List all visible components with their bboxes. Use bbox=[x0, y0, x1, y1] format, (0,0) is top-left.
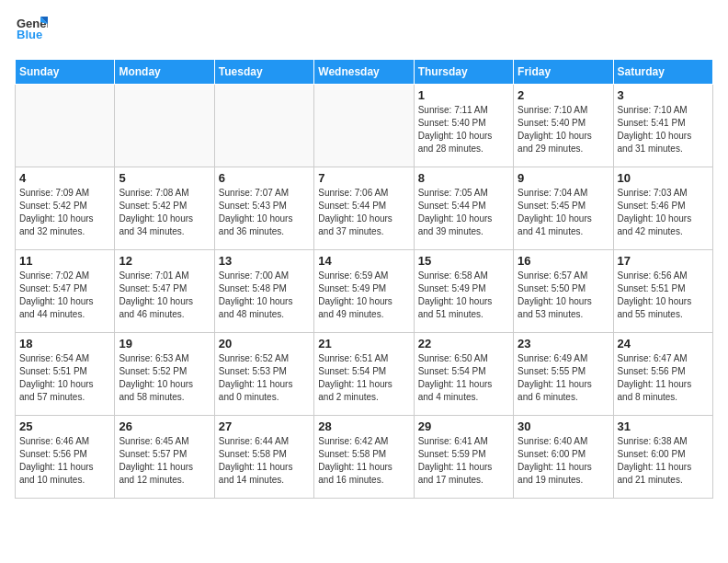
calendar-cell: 30Sunrise: 6:40 AM Sunset: 6:00 PM Dayli… bbox=[514, 416, 613, 499]
calendar-cell: 2Sunrise: 7:10 AM Sunset: 5:40 PM Daylig… bbox=[514, 85, 613, 167]
day-info: Sunrise: 6:59 AM Sunset: 5:49 PM Dayligh… bbox=[318, 270, 409, 321]
calendar-cell bbox=[214, 85, 313, 167]
calendar-cell: 28Sunrise: 6:42 AM Sunset: 5:58 PM Dayli… bbox=[314, 416, 414, 499]
day-info: Sunrise: 6:56 AM Sunset: 5:51 PM Dayligh… bbox=[618, 270, 709, 321]
day-info: Sunrise: 6:52 AM Sunset: 5:53 PM Dayligh… bbox=[219, 352, 310, 404]
day-number: 20 bbox=[219, 337, 310, 350]
calendar-cell: 4Sunrise: 7:09 AM Sunset: 5:42 PM Daylig… bbox=[16, 167, 115, 250]
logo-icon: General Blue bbox=[15, 15, 48, 52]
calendar-cell bbox=[314, 85, 414, 167]
calendar-cell: 21Sunrise: 6:51 AM Sunset: 5:54 PM Dayli… bbox=[314, 333, 414, 416]
day-number: 17 bbox=[618, 254, 709, 268]
day-info: Sunrise: 7:08 AM Sunset: 5:42 PM Dayligh… bbox=[119, 187, 210, 238]
day-info: Sunrise: 6:50 AM Sunset: 5:54 PM Dayligh… bbox=[418, 352, 509, 404]
day-number: 28 bbox=[318, 419, 409, 433]
day-number: 14 bbox=[318, 254, 409, 268]
calendar-cell: 8Sunrise: 7:05 AM Sunset: 5:44 PM Daylig… bbox=[414, 167, 513, 250]
calendar-cell: 27Sunrise: 6:44 AM Sunset: 5:58 PM Dayli… bbox=[214, 416, 313, 499]
day-info: Sunrise: 6:54 AM Sunset: 5:51 PM Dayligh… bbox=[19, 352, 110, 404]
calendar-cell: 29Sunrise: 6:41 AM Sunset: 5:59 PM Dayli… bbox=[414, 416, 513, 499]
calendar-cell: 9Sunrise: 7:04 AM Sunset: 5:45 PM Daylig… bbox=[514, 167, 613, 250]
day-number: 23 bbox=[518, 337, 609, 350]
calendar-cell: 1Sunrise: 7:11 AM Sunset: 5:40 PM Daylig… bbox=[414, 85, 513, 167]
page-header: General Blue bbox=[15, 15, 713, 52]
day-number: 16 bbox=[518, 254, 609, 268]
calendar-cell: 6Sunrise: 7:07 AM Sunset: 5:43 PM Daylig… bbox=[214, 167, 313, 250]
week-row-1: 1Sunrise: 7:11 AM Sunset: 5:40 PM Daylig… bbox=[16, 85, 713, 167]
column-header-tuesday: Tuesday bbox=[214, 60, 313, 85]
day-info: Sunrise: 7:00 AM Sunset: 5:48 PM Dayligh… bbox=[219, 270, 310, 321]
day-info: Sunrise: 6:58 AM Sunset: 5:49 PM Dayligh… bbox=[418, 270, 509, 321]
column-header-saturday: Saturday bbox=[613, 60, 712, 85]
day-info: Sunrise: 7:02 AM Sunset: 5:47 PM Dayligh… bbox=[19, 270, 110, 321]
calendar-cell bbox=[115, 85, 214, 167]
day-info: Sunrise: 6:45 AM Sunset: 5:57 PM Dayligh… bbox=[119, 435, 210, 487]
week-row-4: 18Sunrise: 6:54 AM Sunset: 5:51 PM Dayli… bbox=[16, 333, 713, 416]
calendar-cell: 11Sunrise: 7:02 AM Sunset: 5:47 PM Dayli… bbox=[16, 250, 115, 333]
column-header-sunday: Sunday bbox=[16, 60, 115, 85]
day-info: Sunrise: 7:11 AM Sunset: 5:40 PM Dayligh… bbox=[418, 104, 509, 155]
day-number: 15 bbox=[418, 254, 509, 268]
calendar-cell: 7Sunrise: 7:06 AM Sunset: 5:44 PM Daylig… bbox=[314, 167, 414, 250]
calendar-cell: 18Sunrise: 6:54 AM Sunset: 5:51 PM Dayli… bbox=[16, 333, 115, 416]
calendar-cell: 10Sunrise: 7:03 AM Sunset: 5:46 PM Dayli… bbox=[613, 167, 712, 250]
calendar-cell: 20Sunrise: 6:52 AM Sunset: 5:53 PM Dayli… bbox=[214, 333, 313, 416]
day-number: 4 bbox=[19, 171, 110, 185]
calendar-cell: 5Sunrise: 7:08 AM Sunset: 5:42 PM Daylig… bbox=[115, 167, 214, 250]
day-info: Sunrise: 6:44 AM Sunset: 5:58 PM Dayligh… bbox=[219, 435, 310, 487]
day-number: 24 bbox=[618, 337, 709, 350]
day-number: 2 bbox=[518, 88, 609, 102]
day-info: Sunrise: 6:47 AM Sunset: 5:56 PM Dayligh… bbox=[618, 352, 709, 404]
calendar-cell: 25Sunrise: 6:46 AM Sunset: 5:56 PM Dayli… bbox=[16, 416, 115, 499]
day-info: Sunrise: 6:40 AM Sunset: 6:00 PM Dayligh… bbox=[518, 435, 609, 487]
calendar-cell: 16Sunrise: 6:57 AM Sunset: 5:50 PM Dayli… bbox=[514, 250, 613, 333]
day-info: Sunrise: 7:05 AM Sunset: 5:44 PM Dayligh… bbox=[418, 187, 509, 238]
day-info: Sunrise: 6:38 AM Sunset: 6:00 PM Dayligh… bbox=[618, 435, 709, 487]
column-header-thursday: Thursday bbox=[414, 60, 513, 85]
day-info: Sunrise: 6:46 AM Sunset: 5:56 PM Dayligh… bbox=[19, 435, 110, 487]
day-info: Sunrise: 7:09 AM Sunset: 5:42 PM Dayligh… bbox=[19, 187, 110, 238]
calendar-cell: 22Sunrise: 6:50 AM Sunset: 5:54 PM Dayli… bbox=[414, 333, 513, 416]
day-number: 10 bbox=[618, 171, 709, 185]
day-info: Sunrise: 6:49 AM Sunset: 5:55 PM Dayligh… bbox=[518, 352, 609, 404]
calendar-cell: 15Sunrise: 6:58 AM Sunset: 5:49 PM Dayli… bbox=[414, 250, 513, 333]
day-number: 1 bbox=[418, 88, 509, 102]
day-info: Sunrise: 6:42 AM Sunset: 5:58 PM Dayligh… bbox=[318, 435, 409, 487]
day-number: 8 bbox=[418, 171, 509, 185]
day-number: 26 bbox=[119, 419, 210, 433]
day-number: 6 bbox=[219, 171, 310, 185]
day-info: Sunrise: 7:10 AM Sunset: 5:41 PM Dayligh… bbox=[618, 104, 709, 155]
day-info: Sunrise: 6:57 AM Sunset: 5:50 PM Dayligh… bbox=[518, 270, 609, 321]
day-number: 30 bbox=[518, 419, 609, 433]
header-row: SundayMondayTuesdayWednesdayThursdayFrid… bbox=[16, 60, 713, 85]
logo: General Blue bbox=[15, 15, 48, 52]
calendar-cell: 14Sunrise: 6:59 AM Sunset: 5:49 PM Dayli… bbox=[314, 250, 414, 333]
day-number: 18 bbox=[19, 337, 110, 350]
day-info: Sunrise: 7:04 AM Sunset: 5:45 PM Dayligh… bbox=[518, 187, 609, 238]
day-info: Sunrise: 7:03 AM Sunset: 5:46 PM Dayligh… bbox=[618, 187, 709, 238]
calendar-table: SundayMondayTuesdayWednesdayThursdayFrid… bbox=[15, 59, 713, 499]
calendar-cell: 24Sunrise: 6:47 AM Sunset: 5:56 PM Dayli… bbox=[613, 333, 712, 416]
day-number: 21 bbox=[318, 337, 409, 350]
calendar-cell: 23Sunrise: 6:49 AM Sunset: 5:55 PM Dayli… bbox=[514, 333, 613, 416]
day-number: 27 bbox=[219, 419, 310, 433]
day-info: Sunrise: 7:10 AM Sunset: 5:40 PM Dayligh… bbox=[518, 104, 609, 155]
calendar-cell: 26Sunrise: 6:45 AM Sunset: 5:57 PM Dayli… bbox=[115, 416, 214, 499]
day-number: 31 bbox=[618, 419, 709, 433]
day-info: Sunrise: 7:01 AM Sunset: 5:47 PM Dayligh… bbox=[119, 270, 210, 321]
calendar-cell: 13Sunrise: 7:00 AM Sunset: 5:48 PM Dayli… bbox=[214, 250, 313, 333]
day-info: Sunrise: 6:51 AM Sunset: 5:54 PM Dayligh… bbox=[318, 352, 409, 404]
calendar-cell: 17Sunrise: 6:56 AM Sunset: 5:51 PM Dayli… bbox=[613, 250, 712, 333]
day-number: 13 bbox=[219, 254, 310, 268]
calendar-cell: 19Sunrise: 6:53 AM Sunset: 5:52 PM Dayli… bbox=[115, 333, 214, 416]
day-info: Sunrise: 6:41 AM Sunset: 5:59 PM Dayligh… bbox=[418, 435, 509, 487]
day-number: 29 bbox=[418, 419, 509, 433]
day-number: 12 bbox=[119, 254, 210, 268]
day-number: 5 bbox=[119, 171, 210, 185]
calendar-cell: 3Sunrise: 7:10 AM Sunset: 5:41 PM Daylig… bbox=[613, 85, 712, 167]
day-number: 19 bbox=[119, 337, 210, 350]
calendar-cell: 12Sunrise: 7:01 AM Sunset: 5:47 PM Dayli… bbox=[115, 250, 214, 333]
column-header-friday: Friday bbox=[514, 60, 613, 85]
column-header-monday: Monday bbox=[115, 60, 214, 85]
day-info: Sunrise: 6:53 AM Sunset: 5:52 PM Dayligh… bbox=[119, 352, 210, 404]
